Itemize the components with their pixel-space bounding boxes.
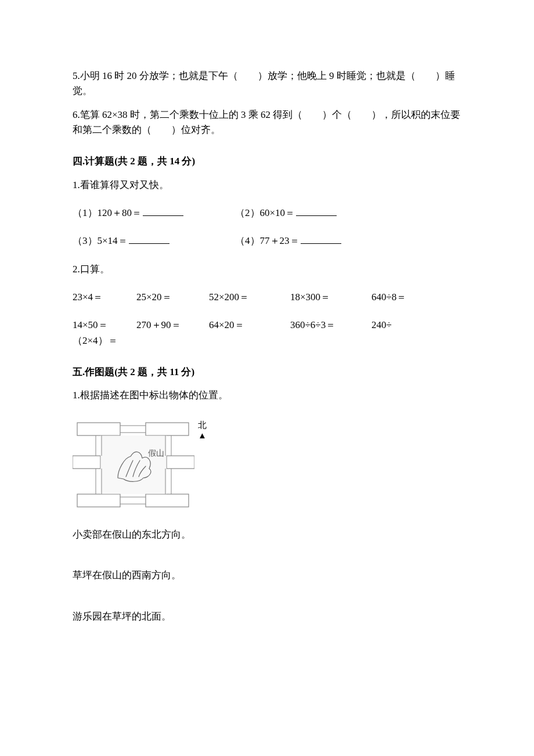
calc-item-1: （1）120＋80＝ xyxy=(73,206,235,221)
calc-item-4-label: （4）77＋23＝ xyxy=(235,235,300,246)
calc-row-1: （1）120＋80＝ （2）60×10＝ xyxy=(73,206,467,221)
question-6: 6.笔算 62×38 时，第二个乘数十位上的 3 乘 62 得到（ ）个（ ），… xyxy=(73,107,467,138)
calc-item-2-label: （2）60×10＝ xyxy=(235,207,295,218)
compass-north: 北 ▲ xyxy=(198,420,207,441)
section-4-q2-title: 2.口算。 xyxy=(73,262,467,277)
svg-rect-1 xyxy=(146,423,189,435)
svg-rect-2 xyxy=(73,456,100,469)
calc-item-2: （2）60×10＝ xyxy=(235,206,467,221)
svg-rect-5 xyxy=(146,494,189,507)
calc-item-4: （4）77＋23＝ xyxy=(235,233,467,249)
section-4-q1-title-text: 1.看谁算得又对又快。 xyxy=(73,179,169,190)
section-4-heading-text: 四.计算题(共 2 题，共 14 分) xyxy=(73,156,195,167)
map-diagram-wrap: 假山 北 ▲ xyxy=(73,420,467,510)
mc-2-5b: （2×4）＝ xyxy=(73,333,467,348)
calc-item-1-label: （1）120＋80＝ xyxy=(73,207,142,218)
desc-1: 小卖部在假山的东北方向。 xyxy=(73,527,467,542)
mc-2-5: 240÷ xyxy=(371,318,441,333)
section-5-q1-title: 1.根据描述在图中标出物体的位置。 xyxy=(73,388,467,403)
desc-2: 草坪在假山的西南方向。 xyxy=(73,568,467,583)
desc-3-text: 游乐园在草坪的北面。 xyxy=(73,611,171,622)
section-4-q1-title: 1.看谁算得又对又快。 xyxy=(73,178,467,193)
desc-1-text: 小卖部在假山的东北方向。 xyxy=(73,529,191,540)
mc-2-4: 360÷6÷3＝ xyxy=(290,318,371,333)
mc-2-2: 270＋90＝ xyxy=(136,318,209,333)
section-4-q2-title-text: 2.口算。 xyxy=(73,264,110,275)
mental-calc-row-2: 14×50＝ 270＋90＝ 64×20＝ 360÷6÷3＝ 240÷ xyxy=(73,318,467,333)
mc-1-4: 18×300＝ xyxy=(290,290,371,305)
svg-rect-6 xyxy=(100,435,167,494)
mc-1-3: 52×200＝ xyxy=(209,290,290,305)
svg-rect-0 xyxy=(77,423,120,435)
calc-item-3-label: （3）5×14＝ xyxy=(73,235,128,246)
map-diagram: 假山 xyxy=(73,420,194,510)
mc-2-3: 64×20＝ xyxy=(209,318,290,333)
section-5-q1-title-text: 1.根据描述在图中标出物体的位置。 xyxy=(73,390,228,401)
rockery-label: 假山 xyxy=(148,449,164,458)
calc-row-2: （3）5×14＝ （4）77＋23＝ xyxy=(73,233,467,249)
calc-item-3: （3）5×14＝ xyxy=(73,233,235,249)
question-6-text: 6.笔算 62×38 时，第二个乘数十位上的 3 乘 62 得到（ ）个（ ），… xyxy=(73,109,460,135)
section-5-heading-text: 五.作图题(共 2 题，共 11 分) xyxy=(73,366,194,377)
desc-3: 游乐园在草坪的北面。 xyxy=(73,609,467,624)
mc-1-5: 640÷8＝ xyxy=(371,290,441,305)
blank-2 xyxy=(296,206,337,216)
question-5: 5.小明 16 时 20 分放学；也就是下午（ ）放学；他晚上 9 时睡觉；也就… xyxy=(73,69,467,99)
mental-calc-row-1: 23×4＝ 25×20＝ 52×200＝ 18×300＝ 640÷8＝ xyxy=(73,290,467,305)
svg-rect-3 xyxy=(167,456,194,469)
mental-calc-grid: 23×4＝ 25×20＝ 52×200＝ 18×300＝ 640÷8＝ 14×5… xyxy=(73,290,467,348)
mc-1-2: 25×20＝ xyxy=(136,290,209,305)
mc-1-1: 23×4＝ xyxy=(73,290,136,305)
question-5-text: 5.小明 16 时 20 分放学；也就是下午（ ）放学；他晚上 9 时睡觉；也就… xyxy=(73,70,455,96)
blank-1 xyxy=(143,206,183,216)
north-label: 北 xyxy=(198,420,207,430)
svg-rect-4 xyxy=(77,494,120,507)
mc-2-1: 14×50＝ xyxy=(73,318,136,333)
section-4-heading: 四.计算题(共 2 题，共 14 分) xyxy=(73,154,467,169)
section-5-heading: 五.作图题(共 2 题，共 11 分) xyxy=(73,365,467,380)
blank-3 xyxy=(129,233,169,244)
blank-4 xyxy=(301,233,341,244)
desc-2-text: 草坪在假山的西南方向。 xyxy=(73,570,181,581)
north-arrow-icon: ▲ xyxy=(198,430,207,441)
